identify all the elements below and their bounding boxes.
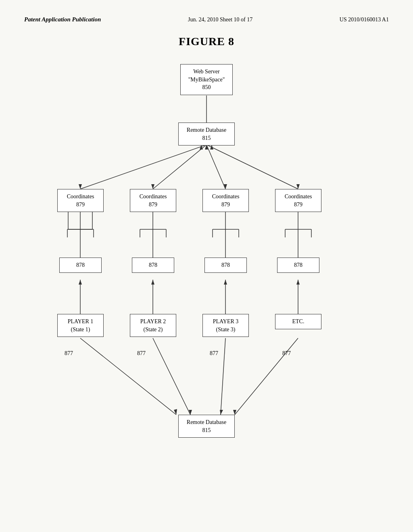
remote-db-bottom-line1: Remote Database xyxy=(184,418,229,426)
coord3-line1: Coordinates xyxy=(208,193,244,201)
diagram: Web Server "MyBikeSpace" 850 Remote Data… xyxy=(33,64,380,507)
etc-box: ETC. xyxy=(275,314,321,329)
etc-line1: ETC. xyxy=(280,318,316,326)
block878-4-box: 878 xyxy=(277,258,319,273)
block878-2-label: 878 xyxy=(137,261,169,269)
svg-marker-7 xyxy=(224,184,227,189)
coord2-line2: 879 xyxy=(135,201,171,209)
coord4-line2: 879 xyxy=(280,201,316,209)
figure-title: FIGURE 8 xyxy=(24,35,389,48)
player1-line2: (State 1) xyxy=(63,326,98,334)
coord1-box: Coordinates 879 xyxy=(57,189,104,212)
player1-number: 877 xyxy=(65,350,73,357)
player2-line1: PLAYER 2 xyxy=(135,318,171,326)
remote-db-top-line2: 815 xyxy=(184,134,229,142)
svg-marker-45 xyxy=(220,410,223,415)
block878-3-label: 878 xyxy=(210,261,242,269)
page-header: Patent Application Publication Jun. 24, … xyxy=(24,16,389,23)
svg-line-42 xyxy=(235,338,298,415)
player1-line1: PLAYER 1 xyxy=(63,318,98,326)
svg-line-3 xyxy=(206,145,225,189)
block878-2-box: 878 xyxy=(132,258,174,273)
coord4-box: Coordinates 879 xyxy=(275,189,321,212)
svg-line-4 xyxy=(206,145,298,189)
etc-number: 877 xyxy=(282,350,291,357)
header-patent: US 2010/0160013 A1 xyxy=(340,17,389,23)
webserver-line1: Web Server xyxy=(186,68,227,76)
player3-number: 877 xyxy=(210,350,218,357)
svg-line-41 xyxy=(221,338,225,415)
coord3-line2: 879 xyxy=(208,201,244,209)
svg-line-39 xyxy=(80,338,176,415)
webserver-box: Web Server "MyBikeSpace" 850 xyxy=(180,64,233,95)
block878-1-box: 878 xyxy=(59,258,102,273)
player2-line2: (State 2) xyxy=(135,326,171,334)
svg-marker-5 xyxy=(79,184,82,189)
coord1-line1: Coordinates xyxy=(63,193,98,201)
svg-marker-34 xyxy=(151,280,154,285)
player2-box: PLAYER 2 (State 2) xyxy=(130,314,176,337)
coord4-line1: Coordinates xyxy=(280,193,316,201)
coord1-line2: 879 xyxy=(63,201,98,209)
webserver-line3: 850 xyxy=(186,83,227,91)
remote-db-bottom-line2: 815 xyxy=(184,426,229,434)
block878-4-label: 878 xyxy=(282,261,314,269)
svg-line-40 xyxy=(153,338,190,415)
remote-db-top-line1: Remote Database xyxy=(184,126,229,134)
svg-marker-32 xyxy=(79,280,82,285)
header-publication: Patent Application Publication xyxy=(24,16,101,23)
svg-marker-38 xyxy=(296,280,300,285)
svg-marker-6 xyxy=(151,184,154,189)
player3-line2: (State 3) xyxy=(208,326,244,334)
block878-3-box: 878 xyxy=(204,258,247,273)
svg-line-2 xyxy=(153,145,206,189)
coord3-box: Coordinates 879 xyxy=(202,189,249,212)
webserver-line2: "MyBikeSpace" xyxy=(186,76,227,84)
player2-number: 877 xyxy=(137,350,146,357)
page: Patent Application Publication Jun. 24, … xyxy=(0,0,413,532)
player3-box: PLAYER 3 (State 3) xyxy=(202,314,249,337)
header-date: Jun. 24, 2010 Sheet 10 of 17 xyxy=(188,17,252,23)
coord2-box: Coordinates 879 xyxy=(130,189,176,212)
svg-marker-44 xyxy=(189,410,192,415)
remote-db-bottom-box: Remote Database 815 xyxy=(178,415,235,438)
svg-marker-43 xyxy=(174,409,177,415)
svg-marker-8 xyxy=(296,184,300,189)
svg-line-1 xyxy=(80,145,206,189)
svg-marker-36 xyxy=(224,280,227,285)
player3-line1: PLAYER 3 xyxy=(208,318,244,326)
svg-marker-46 xyxy=(233,410,236,415)
remote-db-top-box: Remote Database 815 xyxy=(178,123,235,145)
player1-box: PLAYER 1 (State 1) xyxy=(57,314,104,337)
coord2-line1: Coordinates xyxy=(135,193,171,201)
block878-1-label: 878 xyxy=(65,261,96,269)
